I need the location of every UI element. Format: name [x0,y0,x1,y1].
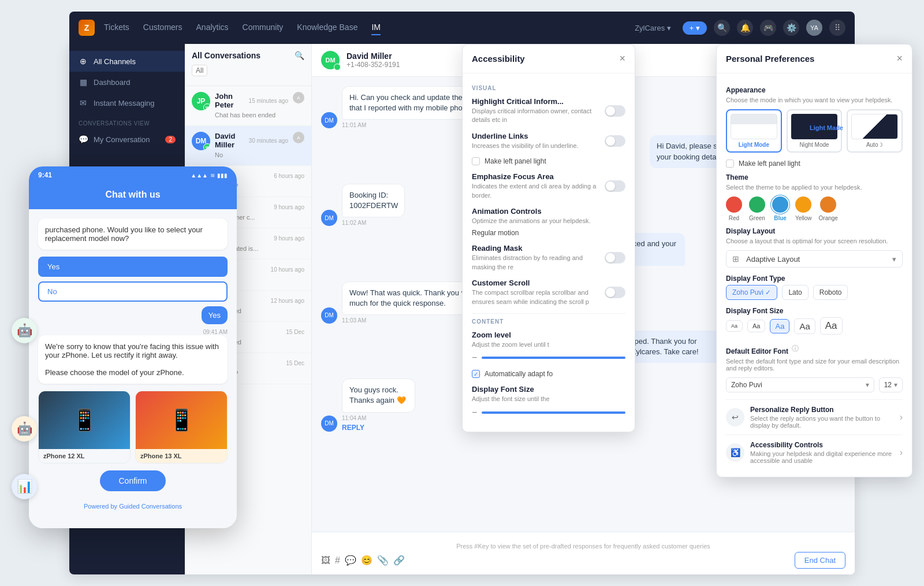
toggle-knob [606,106,615,116]
games-icon-btn[interactable]: 🎮 [760,20,776,36]
content-section-label: CONTENT [472,318,625,325]
theme-green[interactable]: Green [749,196,765,221]
powered-by-text: Powered by [84,503,117,510]
underline-toggle[interactable] [605,135,625,147]
zoom-slider[interactable] [482,357,625,359]
accessibility-controls-desc: Making your helpdesk and digital experie… [750,450,894,464]
bot-orange-avatar: 🤖 [12,416,37,442]
nav-im[interactable]: IM [371,20,381,35]
font-size-1[interactable]: Aa [726,320,743,332]
access-close-button[interactable]: × [619,53,625,65]
theme-blue[interactable]: Blue [772,196,788,221]
mobile-option-yes[interactable]: Yes [38,257,228,277]
font-type-lato[interactable]: Lato [782,285,808,300]
mobile-chat-header: Chat with us [29,183,237,209]
user-avatar[interactable]: YA [806,20,822,36]
auto-mode-card[interactable]: Auto☽ [847,109,903,153]
chat-toolbar-icons: 🖼 # 💬 😊 📎 🔗 [321,555,405,566]
add-button[interactable]: + ▾ [683,21,707,35]
access-header: Accessibility × [463,44,635,73]
sidebar-item-instant-messaging[interactable]: ✉ Instant Messaging [69,92,185,113]
link-icon[interactable]: 🔗 [393,555,405,566]
guided-conversations-link[interactable]: Guided Conversations [119,503,182,510]
reply-label[interactable]: REPLY [342,424,464,432]
font-size-2[interactable]: Aa [747,320,765,332]
theme-yellow[interactable]: Yellow [795,196,812,221]
personalize-reply-arrow: › [900,412,903,422]
attach-icon[interactable]: 📎 [377,555,389,566]
brand-name[interactable]: ZylCares ▾ [635,24,671,32]
mobile-phone-card-2[interactable]: 📱 zPhone 13 XL [135,391,228,463]
mobile-phone-card-1[interactable]: 📱 zPhone 12 XL [38,391,131,463]
conv-name-david: David Miller [215,132,249,149]
conv-info-david: David Miller 30 minutes ago No [215,132,288,160]
conv-search-icon[interactable]: 🔍 [295,51,304,60]
mobile-confirm-button[interactable]: Confirm [100,470,165,491]
theme-green-label: Green [749,215,765,221]
scroll-toggle[interactable] [605,287,625,298]
make-left-panel-row: Make left panel light [726,160,903,168]
font-type-zoho[interactable]: Zoho Puvi ✓ [726,285,777,300]
conv-filter[interactable]: All [192,65,207,76]
highlight-toggle[interactable] [605,105,625,117]
whatsapp-icon[interactable]: 💬 [345,555,356,566]
conv-item-david[interactable]: DM W David Miller 30 minutes ago No A [185,126,311,166]
search-icon-btn[interactable]: 🔍 [714,20,730,36]
nav-customers[interactable]: Customers [143,20,182,35]
auto-adapt-checkbox[interactable]: ✓ [472,370,480,378]
font-size-3[interactable]: Aa [770,319,789,333]
reading-mask-desc: Eliminates distraction by fo reading and… [472,254,605,272]
font-size-4[interactable]: Aa [794,318,815,334]
settings-icon-btn[interactable]: ⚙️ [783,20,799,36]
image-icon[interactable]: 🖼 [321,555,330,566]
personalize-reply-item[interactable]: ↩ Personalize Reply Button Select the re… [726,399,903,435]
light-mode-card[interactable]: Light Mode [726,109,782,153]
highlight-row: Highlight Critical Inform... Displays cr… [472,97,625,125]
nav-tickets[interactable]: Tickets [104,20,129,35]
mobile-time-label-1: 09:41 AM [203,329,228,335]
font-size-slider[interactable] [482,411,625,414]
notifications-icon-btn[interactable]: 🔔 [737,20,753,36]
sidebar-item-all-channels[interactable]: ⊕ All Channels [69,51,185,72]
font-size-desc: Adjust the font size until the [472,395,625,403]
font-type-roboto[interactable]: Roboto [813,285,848,300]
font-size-5[interactable]: Aa [820,317,843,335]
nav-community[interactable]: Community [243,20,284,35]
editor-size-select[interactable]: 12 ▾ [879,377,903,392]
nav-knowledge[interactable]: Knowledge Base [297,20,357,35]
sidebar-item-my-conversation[interactable]: 💬 My Conversation 2 [69,129,185,150]
emoji-icon[interactable]: 😊 [361,555,372,566]
end-chat-button[interactable]: End Chat [795,552,845,569]
theme-red[interactable]: Red [726,196,742,221]
focus-toggle[interactable] [605,180,625,192]
auto-mode-label: Auto☽ [851,142,898,148]
prefs-close-button[interactable]: × [896,53,903,65]
theme-orange[interactable]: Orange [819,196,838,221]
layout-section-desc: Choose a layout that is optimal for your… [726,238,903,244]
editor-font-select[interactable]: Zoho Puvi ▾ [726,377,874,392]
layout-icon: ⊞ [732,254,739,264]
conv-item-john[interactable]: JP W John Peter 15 minutes ago Chat has … [185,86,311,126]
underline-label: Underline Links [472,132,605,140]
editor-font-value: Zoho Puvi [731,381,762,389]
accessibility-controls-item[interactable]: ♿ Accessibility Controls Making your hel… [726,435,903,470]
appearance-section-desc: Choose the mode in which you want to vie… [726,97,903,103]
sidebar-item-dashboard[interactable]: ▦ Dashboard [69,72,185,92]
left-panel-checkbox[interactable] [472,157,480,165]
phone-img-1: 📱 [39,391,130,449]
font-size-minus-icon[interactable]: − [472,407,477,418]
layout-select[interactable]: ⊞ Adaptive Layout ▾ [726,250,903,268]
nav-analytics[interactable]: Analytics [196,20,229,35]
chat-input-hint: Press #Key to view the set of pre-drafte… [321,538,845,552]
floating-bot-orange: 🤖 [12,416,37,442]
layout-section-title: Display Layout [726,227,903,235]
grid-icon-btn[interactable]: ⠿ [829,20,845,36]
hash-icon[interactable]: # [335,555,340,566]
zoom-minus-icon[interactable]: − [472,353,477,363]
mobile-option-no[interactable]: No [38,281,228,302]
mobile-bot-msg-1: purchased phone. Would you like to selec… [38,218,228,250]
theme-colors: Red Green Blue Yellow Orange [726,196,903,221]
reading-toggle[interactable] [605,252,625,264]
conv-time-9: 15 Dec [286,360,304,366]
make-left-panel-checkbox[interactable] [726,160,734,168]
